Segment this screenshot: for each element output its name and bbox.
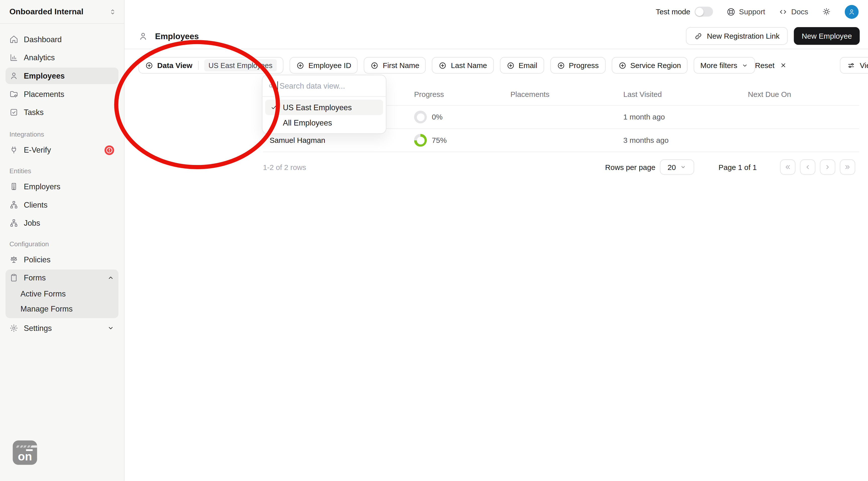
chevrons-right-icon — [844, 163, 851, 171]
page-status: Page 1 of 1 — [719, 163, 757, 171]
filter-chip-progress[interactable]: Progress — [550, 57, 605, 73]
docs-label: Docs — [791, 7, 808, 16]
building-icon — [9, 182, 18, 191]
chevron-right-icon — [824, 163, 832, 171]
sidebar-item-label: Jobs — [24, 219, 40, 227]
option-label: All Employees — [283, 119, 332, 127]
last-page-button[interactable] — [840, 159, 856, 175]
sidebar-item-label: Placements — [24, 90, 64, 98]
column-header-last-visited: Last Visited — [623, 90, 748, 98]
new-employee-button[interactable]: New Employee — [794, 27, 860, 45]
chevron-up-icon — [107, 274, 115, 282]
sidebar-item-everify[interactable]: E-Verify — [5, 141, 119, 158]
filter-chip-email[interactable]: Email — [500, 57, 544, 73]
progress-ring — [414, 134, 427, 147]
rows-per-page-label: Rows per page — [605, 163, 655, 171]
code-icon — [778, 7, 787, 16]
filter-toolbar: Data View US East Employees Employee ID … — [125, 49, 868, 73]
user-avatar[interactable] — [845, 5, 859, 19]
new-employee-label: New Employee — [802, 32, 852, 40]
section-label-entities: Entities — [9, 167, 124, 175]
plus-circle-icon — [557, 61, 565, 69]
rows-per-page-select[interactable]: 20 — [660, 159, 694, 175]
close-icon — [780, 62, 787, 69]
app-root: Onboarded Internal Dashboard Analytics E… — [0, 0, 868, 481]
sidebar-item-settings[interactable]: Settings — [5, 320, 119, 336]
test-mode-label: Test mode — [656, 7, 690, 16]
sidebar-item-manage-forms[interactable]: Manage Forms — [5, 301, 119, 316]
option-label: US East Employees — [283, 103, 352, 112]
sidebar-item-employers[interactable]: Employers — [5, 178, 119, 195]
more-filters-label: More filters — [700, 61, 737, 69]
sidebar-item-label: Manage Forms — [21, 304, 73, 313]
sidebar-item-jobs[interactable]: Jobs — [5, 215, 119, 231]
filter-chip-service-region[interactable]: Service Region — [612, 57, 688, 73]
chevron-down-icon — [741, 62, 748, 69]
prev-page-button[interactable] — [800, 159, 815, 175]
reset-label: Reset — [755, 61, 775, 69]
plus-circle-icon — [371, 61, 379, 69]
test-mode-toggle[interactable] — [695, 6, 713, 17]
sidebar-item-analytics[interactable]: Analytics — [5, 49, 119, 66]
data-view-label: Data View — [157, 61, 192, 69]
plus-circle-icon — [618, 61, 626, 69]
sidebar-nav: Dashboard Analytics Employees Placements… — [0, 31, 124, 121]
person-icon — [138, 31, 148, 41]
main-area: Test mode Support Docs Employees — [125, 0, 868, 481]
sidebar-item-policies[interactable]: Policies — [5, 251, 119, 268]
last-visited-cell: 1 month ago — [623, 113, 748, 121]
chevron-left-icon — [804, 163, 811, 171]
gear-icon — [9, 324, 18, 332]
rows-summary: 1-2 of 2 rows — [263, 163, 306, 171]
sidebar-item-label: Active Forms — [21, 289, 66, 298]
view-label: View — [860, 61, 868, 69]
sidebar-item-label: Policies — [24, 255, 51, 264]
view-options-button[interactable]: View — [840, 57, 868, 73]
pagination — [780, 159, 856, 175]
sun-icon[interactable] — [822, 6, 832, 17]
sidebar-item-placements[interactable]: Placements — [5, 86, 119, 102]
page-actions: New Registration Link New Employee — [686, 27, 860, 45]
filter-chip-last-name[interactable]: Last Name — [432, 57, 494, 73]
sidebar-item-label: Dashboard — [24, 35, 62, 44]
plug-icon — [9, 146, 18, 154]
link-icon — [694, 32, 703, 40]
sidebar-item-clients[interactable]: Clients — [5, 196, 119, 213]
progress-ring — [414, 111, 427, 124]
sidebar-item-active-forms[interactable]: Active Forms — [5, 286, 119, 301]
chevron-down-icon — [680, 164, 686, 170]
sliders-icon — [847, 61, 856, 69]
data-view-dropdown: US East Employees All Employees — [262, 75, 386, 134]
filter-chip-label: Service Region — [630, 61, 681, 69]
filter-chip-employee-id[interactable]: Employee ID — [289, 57, 358, 73]
sidebar-item-employees[interactable]: Employees — [5, 67, 119, 84]
home-icon — [9, 35, 18, 44]
section-label-integrations: Integrations — [9, 131, 124, 138]
new-registration-link-button[interactable]: New Registration Link — [686, 27, 788, 45]
first-page-button[interactable] — [780, 159, 796, 175]
filter-chip-first-name[interactable]: First Name — [364, 57, 426, 73]
forms-group: Forms Active Forms Manage Forms — [5, 269, 119, 318]
sidebar-item-tasks[interactable]: Tasks — [5, 104, 119, 121]
next-page-button[interactable] — [820, 159, 835, 175]
sidebar-item-label: Employees — [24, 71, 65, 80]
check-icon — [270, 103, 278, 111]
rows-per-page-value: 20 — [668, 163, 676, 171]
data-view-option-us-east-employees[interactable]: US East Employees — [265, 100, 383, 115]
bar-chart-icon — [9, 53, 18, 62]
workspace-switcher[interactable]: Onboarded Internal — [0, 0, 124, 24]
logo-dashes — [17, 445, 37, 448]
support-link[interactable]: Support — [726, 7, 765, 16]
data-view-option-all-employees[interactable]: All Employees — [265, 115, 383, 131]
reset-filters-button[interactable]: Reset — [755, 61, 787, 69]
sidebar-item-label: E-Verify — [24, 146, 51, 154]
more-filters-button[interactable]: More filters — [694, 57, 755, 73]
column-header-next-due-on: Next Due On — [748, 90, 868, 98]
hierarchy-icon — [9, 200, 18, 209]
docs-link[interactable]: Docs — [778, 7, 808, 16]
sidebar-item-forms[interactable]: Forms — [5, 269, 119, 286]
folder-gear-icon — [9, 90, 18, 98]
sidebar-item-dashboard[interactable]: Dashboard — [5, 31, 119, 47]
data-view-search-input[interactable] — [280, 81, 380, 90]
data-view-chip[interactable]: Data View US East Employees — [138, 57, 284, 73]
